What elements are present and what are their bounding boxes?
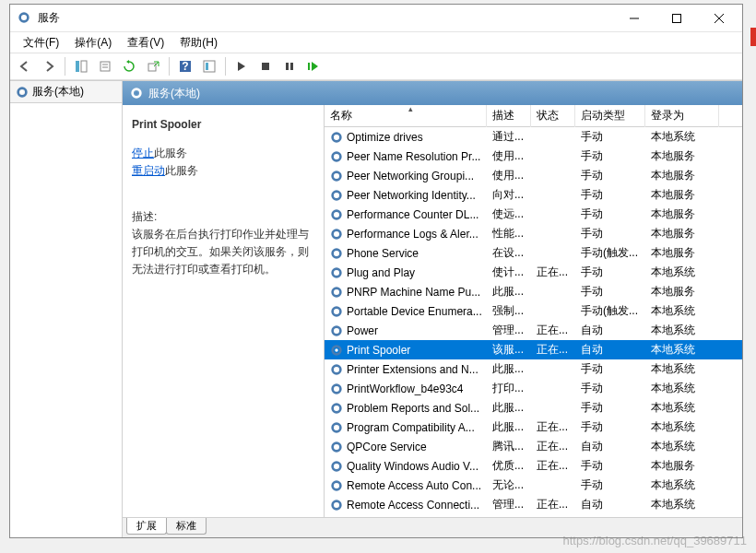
svg-point-31 xyxy=(335,194,338,197)
service-row[interactable]: Performance Logs & Aler...性能...手动本地服务 xyxy=(325,224,742,243)
svc-name: Peer Networking Groupi... xyxy=(347,170,474,182)
minimize-button[interactable] xyxy=(613,6,656,31)
svc-name: Program Compatibility A... xyxy=(347,421,475,434)
svc-name: QPCore Service xyxy=(347,441,427,453)
export-button[interactable] xyxy=(142,55,164,77)
svg-point-25 xyxy=(335,135,338,139)
svc-name: Plug and Play xyxy=(347,266,415,279)
action-button[interactable] xyxy=(198,55,220,77)
svc-desc: 通过... xyxy=(487,129,531,145)
service-row[interactable]: Optimize drives通过...手动本地系统 xyxy=(325,127,742,147)
refresh-button[interactable] xyxy=(118,55,140,77)
service-row[interactable]: Quality Windows Audio V...优质...正在...手动本地… xyxy=(325,456,742,476)
svc-status: 正在... xyxy=(531,323,575,338)
svc-logon: 本地系统 xyxy=(645,381,719,396)
stop-service-button[interactable] xyxy=(254,55,277,77)
svc-name: PrintWorkflow_b4e93c4 xyxy=(347,382,464,395)
svc-name: Performance Logs & Aler... xyxy=(347,228,478,241)
service-row[interactable]: QPCore Service腾讯...正在...自动本地系统 xyxy=(325,437,742,456)
service-row[interactable]: Peer Networking Groupi...使用...手动本地服务 xyxy=(325,166,742,185)
svc-name: Remote Access Connecti... xyxy=(347,499,479,512)
svc-name: Phone Service xyxy=(347,247,419,260)
maximize-button[interactable] xyxy=(656,6,698,31)
help-button[interactable]: ? xyxy=(174,55,196,77)
svg-rect-17 xyxy=(286,63,289,70)
svc-start: 自动 xyxy=(575,439,645,454)
svg-point-57 xyxy=(335,445,338,449)
service-row[interactable]: Peer Name Resolution Pr...使用...手动本地服务 xyxy=(325,147,742,166)
svg-point-55 xyxy=(335,426,338,429)
svc-logon: 本地服务 xyxy=(645,187,719,203)
svc-desc: 强制... xyxy=(487,303,531,319)
restart-service-button[interactable] xyxy=(302,55,325,77)
svg-point-43 xyxy=(335,310,338,313)
service-row[interactable]: PrintWorkflow_b4e93c4打印...手动本地系统 xyxy=(325,379,742,398)
service-row[interactable]: Problem Reports and Sol...此服...手动本地系统 xyxy=(325,398,742,418)
svg-text:?: ? xyxy=(182,60,188,73)
stop-link[interactable]: 停止 xyxy=(132,147,154,159)
menu-action[interactable]: 操作(A) xyxy=(67,33,119,53)
service-row[interactable]: Remote Access Auto Con...无论...手动本地系统 xyxy=(325,476,742,495)
svg-rect-18 xyxy=(290,63,293,70)
svc-start: 自动 xyxy=(575,342,645,358)
forward-button[interactable] xyxy=(38,55,60,77)
svg-point-63 xyxy=(335,503,338,507)
service-row[interactable]: Phone Service在设...手动(触发...本地服务 xyxy=(325,243,742,263)
service-row[interactable]: Remote Access Connecti...管理...正在...自动本地系… xyxy=(325,495,742,514)
close-button[interactable] xyxy=(698,6,740,31)
service-row[interactable]: Power管理...正在...自动本地系统 xyxy=(325,321,742,340)
svg-point-51 xyxy=(335,387,338,391)
svc-name: Remote Access Auto Con... xyxy=(347,479,481,492)
svg-rect-3 xyxy=(673,14,681,22)
start-service-button[interactable] xyxy=(230,55,253,77)
service-row[interactable]: Portable Device Enumera...强制...手动(触发...本… xyxy=(325,301,742,321)
svc-start: 手动 xyxy=(575,265,645,280)
svg-point-61 xyxy=(335,484,338,488)
header-gear-icon xyxy=(130,87,143,100)
tab-extended[interactable]: 扩展 xyxy=(126,518,167,535)
svc-name: Problem Reports and Sol... xyxy=(347,402,479,415)
service-rows[interactable]: Optimize drives通过...手动本地系统Peer Name Reso… xyxy=(325,127,742,517)
service-row[interactable]: Program Compatibility A...此服...正在...手动本地… xyxy=(325,418,742,437)
sidebar-label: 服务(本地) xyxy=(32,84,84,100)
menu-help[interactable]: 帮助(H) xyxy=(172,33,225,53)
col-logon[interactable]: 登录为 xyxy=(645,105,719,127)
svc-status: 正在... xyxy=(531,265,575,280)
svc-desc: 无论... xyxy=(487,477,531,493)
svc-logon: 本地系统 xyxy=(645,439,719,454)
svg-rect-14 xyxy=(204,61,215,72)
svc-start: 手动 xyxy=(575,284,645,300)
sidebar-services-local[interactable]: 服务(本地) xyxy=(10,81,122,103)
col-start[interactable]: 启动类型 xyxy=(575,105,645,127)
svc-logon: 本地服务 xyxy=(645,245,719,261)
service-row[interactable]: Print Spooler该服...正在...自动本地系统 xyxy=(325,340,742,359)
menu-file[interactable]: 文件(F) xyxy=(16,33,66,53)
svc-desc: 腾讯... xyxy=(487,439,531,454)
service-row[interactable]: Printer Extensions and N...此服...手动本地系统 xyxy=(325,359,742,379)
properties-button[interactable] xyxy=(94,55,116,77)
col-status[interactable]: 状态 xyxy=(531,105,575,127)
svc-desc: 此服... xyxy=(487,419,531,435)
service-row[interactable]: Peer Networking Identity...向对...手动本地服务 xyxy=(325,185,742,205)
svc-start: 手动 xyxy=(575,381,645,396)
svc-desc: 管理... xyxy=(487,323,531,338)
service-row[interactable]: PNRP Machine Name Pu...此服...手动本地服务 xyxy=(325,282,742,301)
service-row[interactable]: Performance Counter DL...使远...手动本地服务 xyxy=(325,205,742,224)
show-hide-tree-button[interactable] xyxy=(70,55,92,77)
service-row[interactable]: Plug and Play使计...正在...手动本地系统 xyxy=(325,263,742,282)
svg-point-29 xyxy=(335,174,338,178)
service-gear-icon xyxy=(330,228,343,241)
svc-start: 手动 xyxy=(575,129,645,145)
svc-status: 正在... xyxy=(531,497,575,512)
restart-link[interactable]: 重启动 xyxy=(132,164,165,177)
svc-logon: 本地系统 xyxy=(645,400,719,416)
service-gear-icon xyxy=(330,441,343,453)
svg-point-59 xyxy=(335,465,338,468)
col-desc[interactable]: 描述 xyxy=(487,105,531,127)
tab-standard[interactable]: 标准 xyxy=(166,518,207,535)
service-gear-icon xyxy=(330,499,343,512)
pause-service-button[interactable] xyxy=(278,55,301,77)
col-name[interactable]: 名称▴ xyxy=(325,105,487,127)
menu-view[interactable]: 查看(V) xyxy=(120,33,171,53)
back-button[interactable] xyxy=(14,55,36,77)
